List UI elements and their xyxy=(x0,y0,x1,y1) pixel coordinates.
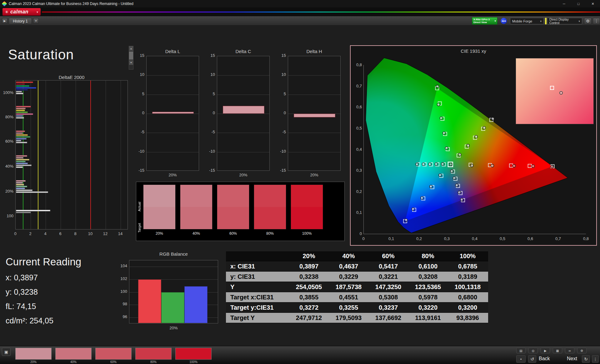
scrollbar[interactable]: ▲ ▼ xyxy=(129,46,133,70)
display-button[interactable]: ▤ xyxy=(516,348,526,353)
axis-tick-label: 0 xyxy=(358,236,369,241)
swatch-label: 80% xyxy=(254,231,286,236)
axis-tick-label: 0,3 xyxy=(352,168,362,173)
axis-tick-label: -10 xyxy=(275,149,286,154)
next-icon[interactable]: ↻ xyxy=(582,355,590,363)
scroll-down-icon[interactable]: ▼ xyxy=(129,60,133,65)
more-tools-icon[interactable]: ⋮ xyxy=(592,355,599,363)
chart-title: Delta L xyxy=(146,49,199,54)
axis-tick-label: 96 xyxy=(117,314,127,319)
table-cell: 0,4551 xyxy=(329,294,368,301)
page-title: Saturation xyxy=(8,47,74,62)
pattern-button[interactable]: ▦ xyxy=(553,348,562,353)
pattern-swatch-80%[interactable] xyxy=(135,348,172,360)
deltae-bar xyxy=(16,188,25,189)
gridline xyxy=(31,81,31,229)
axis-tick-label: 100% xyxy=(1,90,13,95)
pattern-swatch-40%[interactable] xyxy=(55,348,92,360)
pattern-window-button[interactable]: ▣ xyxy=(2,348,11,356)
pattern-swatch-60%[interactable] xyxy=(95,348,132,360)
axis-tick-label: 102 xyxy=(117,276,127,281)
axis-tick-label: 100 xyxy=(1,214,13,218)
gridline xyxy=(147,114,199,114)
target-swatch xyxy=(143,207,175,229)
app-icon xyxy=(2,1,7,7)
table-cell: 0,3237 xyxy=(368,304,408,311)
table-cell: 0,6800 xyxy=(448,294,488,301)
measured-marker-icon xyxy=(437,103,440,106)
deltae-bar xyxy=(16,180,26,182)
tools-gear-button[interactable]: ⚙ xyxy=(577,348,587,353)
measured-marker-icon xyxy=(475,135,478,138)
scroll-thumb[interactable] xyxy=(129,52,133,60)
row-label: Target y:CIE31 xyxy=(226,304,289,311)
scroll-up-icon[interactable]: ▲ xyxy=(129,46,133,51)
deltae-bar xyxy=(16,166,23,168)
target-swatch xyxy=(217,207,249,229)
axis-tick-label: 10 xyxy=(275,72,286,77)
link-button[interactable]: ∞ xyxy=(565,348,574,353)
pattern-swatch-20%[interactable] xyxy=(15,348,52,360)
y-axis-line xyxy=(363,65,364,234)
maximize-button[interactable]: □ xyxy=(571,0,586,7)
chart-title: Delta H xyxy=(288,49,341,54)
measured-marker-icon xyxy=(467,144,469,147)
row-label: Y xyxy=(226,283,289,291)
minimize-button[interactable]: ─ xyxy=(557,0,571,7)
play-button[interactable]: ▶ xyxy=(541,348,550,353)
table-cell: 100,1318 xyxy=(448,283,488,291)
column-header: 80% xyxy=(408,253,448,260)
axis-tick-label: 5 xyxy=(134,91,144,96)
table-row: Y254,0505187,5738147,3250123,5365100,131… xyxy=(226,282,488,292)
gridline xyxy=(217,152,269,152)
deltae-bar xyxy=(16,163,28,164)
next-button[interactable]: Next xyxy=(567,356,577,362)
deltae-bar xyxy=(16,85,29,87)
stop-button[interactable]: ▪ xyxy=(516,355,526,363)
table-cell: 187,5738 xyxy=(329,283,368,291)
axis-tick-label: -5 xyxy=(275,130,286,134)
back-icon[interactable]: ↺ xyxy=(528,355,536,363)
status-badge[interactable]: 424 xyxy=(501,18,507,24)
measured-marker-icon xyxy=(435,163,438,165)
reference-line xyxy=(38,81,38,229)
axis-tick-label: 15 xyxy=(275,53,286,58)
deltae-bar xyxy=(16,87,36,89)
expand-history-button[interactable]: ▶ xyxy=(2,18,8,24)
measured-marker-icon xyxy=(440,117,443,120)
power-button[interactable]: ◎ xyxy=(528,348,538,353)
deltae-bar xyxy=(16,155,27,157)
deltae-bar xyxy=(16,165,32,166)
row-label: Target x:CIE31 xyxy=(226,294,289,301)
add-history-button[interactable]: + xyxy=(33,18,39,24)
pattern-source-dropdown[interactable]: Mobile Forge ▾ xyxy=(510,18,544,24)
more-options-button[interactable]: ⋮ xyxy=(593,18,600,24)
tab-history-1[interactable]: History 1 xyxy=(9,18,32,24)
swatch-label: 60% xyxy=(95,360,132,364)
delta-bar xyxy=(152,112,194,114)
calman-menu-button[interactable]: ✳ calman ▾ xyxy=(2,8,41,16)
red-bar xyxy=(138,279,161,323)
close-button[interactable]: ✕ xyxy=(586,0,600,7)
pattern-swatch-100%[interactable] xyxy=(175,348,212,360)
display-control-dropdown[interactable]: Direct Display Control ▾ xyxy=(547,18,582,24)
saturation-swatch xyxy=(254,184,286,229)
gridline xyxy=(129,267,218,267)
gridline xyxy=(46,81,46,229)
measured-marker-icon xyxy=(441,163,444,165)
deltae-bar xyxy=(16,111,28,113)
chevron-down-icon: ▾ xyxy=(577,20,580,23)
meter-dropdown[interactable]: X-Rite i1Pro 3 Direct View ▾ xyxy=(472,17,498,25)
measured-marker-icon xyxy=(428,163,431,165)
actual-swatch xyxy=(180,185,212,207)
swatch-label: 20% xyxy=(15,360,52,364)
settings-gear-button[interactable]: ⚙ xyxy=(584,18,592,24)
deltae-plot-area xyxy=(15,80,128,229)
gridline xyxy=(288,95,340,95)
back-button[interactable]: Back xyxy=(539,356,550,362)
reading-value: fL: 74,15 xyxy=(6,302,81,311)
measured-marker-icon xyxy=(422,163,425,165)
table-cell: 0,3208 xyxy=(408,273,448,280)
target-swatch xyxy=(291,207,323,229)
actual-swatch xyxy=(143,185,175,207)
